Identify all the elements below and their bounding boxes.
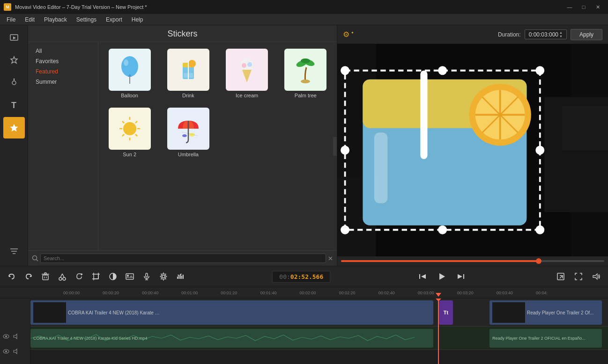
svg-rect-78 bbox=[94, 274, 98, 279]
skip-to-end-btn[interactable] bbox=[453, 269, 469, 284]
duration-value-field[interactable]: 0:00:03:000 ▲ ▼ bbox=[525, 29, 567, 39]
menu-file[interactable]: File bbox=[2, 15, 20, 24]
svg-point-15 bbox=[188, 60, 196, 67]
preview-canvas[interactable] bbox=[337, 44, 608, 256]
cut-btn[interactable] bbox=[54, 269, 70, 284]
menu-help[interactable]: Help bbox=[127, 15, 148, 24]
svg-point-48 bbox=[341, 66, 349, 75]
crop-btn[interactable] bbox=[88, 269, 104, 284]
audio-btn[interactable] bbox=[3, 72, 25, 94]
category-all[interactable]: All bbox=[32, 46, 94, 56]
play-pause-btn[interactable] bbox=[432, 267, 451, 286]
svg-point-10 bbox=[124, 59, 128, 66]
filters-btn[interactable] bbox=[3, 240, 25, 262]
fullscreen-btn[interactable] bbox=[571, 269, 586, 284]
menu-export[interactable]: Export bbox=[101, 15, 127, 24]
duration-spinner[interactable]: ▲ ▼ bbox=[559, 31, 563, 38]
clip-label-2: Ready Player One Trailer 2 Of... bbox=[527, 310, 593, 315]
search-clear-btn[interactable]: ✕ bbox=[328, 255, 333, 262]
rotate-btn[interactable] bbox=[71, 269, 87, 284]
media-btn[interactable] bbox=[3, 27, 25, 49]
svg-rect-44 bbox=[562, 106, 608, 150]
ruler-mark-10: 00:03:20 bbox=[457, 291, 497, 295]
video-background bbox=[337, 44, 608, 256]
image-overlay-btn[interactable] bbox=[122, 269, 138, 284]
eye-audio-btn[interactable] bbox=[2, 347, 10, 356]
svg-marker-102 bbox=[439, 273, 445, 280]
category-summer[interactable]: Summer bbox=[32, 77, 94, 87]
center-controls bbox=[415, 267, 469, 286]
export-frame-btn[interactable] bbox=[553, 269, 569, 284]
audio-effects-btn[interactable] bbox=[172, 269, 188, 284]
project-settings-btn[interactable] bbox=[156, 269, 171, 284]
eye-btn[interactable] bbox=[2, 332, 10, 341]
minimize-btn[interactable]: — bbox=[563, 2, 576, 12]
playback-controls: 00:02:52.566 bbox=[0, 266, 608, 287]
svg-point-9 bbox=[121, 56, 138, 77]
ruler-mark-4: 00:01:20 bbox=[221, 291, 260, 295]
video-clip-2[interactable]: Ready Player One Trailer 2 Of... bbox=[489, 300, 602, 325]
sticker-search-input[interactable] bbox=[40, 254, 326, 263]
progress-thumb[interactable] bbox=[536, 258, 541, 264]
volume-btn[interactable] bbox=[588, 269, 604, 284]
audio-clip-2[interactable]: Ready Player One Trailer 2 OFICIAL en Es… bbox=[489, 329, 602, 348]
color-btn[interactable] bbox=[105, 269, 121, 284]
collapse-panel-btn[interactable]: ‹ bbox=[333, 137, 337, 156]
close-btn[interactable]: ✕ bbox=[591, 2, 604, 12]
text-btn[interactable]: T bbox=[3, 95, 25, 116]
menu-playback[interactable]: Playback bbox=[39, 15, 72, 24]
sticker-search-bar: ✕ bbox=[28, 250, 337, 266]
video-clip-1[interactable]: COBRA KAI Trailer 4 NEW (2018) Karate Ki… bbox=[30, 300, 433, 325]
redo-btn[interactable] bbox=[21, 269, 37, 284]
sticker-sun2-thumb bbox=[109, 108, 151, 150]
svg-rect-89 bbox=[146, 273, 148, 277]
audio-track: COBRA KAI Trailer 4 NEW (2018) Karate Ki… bbox=[30, 327, 608, 350]
menu-settings[interactable]: Settings bbox=[72, 15, 101, 24]
timeline-ruler: 00:00:00 00:00:20 00:00:40 00:01:00 00:0… bbox=[0, 287, 608, 298]
stickers-btn[interactable] bbox=[3, 117, 25, 138]
settings-dot: ● bbox=[351, 30, 354, 35]
sticker-palmtree[interactable]: Palm tree bbox=[278, 46, 333, 101]
sticker-umbrella[interactable]: Umbrella bbox=[161, 105, 215, 160]
sticker-umbrella-thumb bbox=[167, 108, 209, 150]
duration-up-arrow[interactable]: ▲ bbox=[559, 31, 563, 35]
sticker-sun2-label: Sun 2 bbox=[123, 152, 136, 157]
svg-marker-1 bbox=[13, 36, 16, 39]
svg-line-31 bbox=[135, 134, 137, 136]
timecode-display: 00:02:52.566 bbox=[272, 271, 330, 283]
svg-point-38 bbox=[33, 256, 37, 260]
sticker-balloon[interactable]: Balloon bbox=[102, 46, 157, 101]
svg-rect-70 bbox=[44, 273, 46, 274]
sticker-panel: Stickers All Favorites Featured Summer bbox=[28, 25, 337, 266]
sticker-sun2[interactable]: Sun 2 bbox=[102, 105, 157, 160]
menu-edit[interactable]: Edit bbox=[20, 15, 39, 24]
sticker-icecream[interactable]: Ice cream bbox=[220, 46, 274, 101]
settings-gear-icon[interactable]: ⚙ bbox=[343, 30, 349, 39]
svg-point-92 bbox=[162, 275, 165, 278]
mute-video-btn[interactable] bbox=[12, 332, 21, 341]
title-text: Movavi Video Editor – 7-Day Trial Versio… bbox=[15, 4, 147, 10]
svg-point-52 bbox=[535, 146, 544, 155]
playback-bar bbox=[337, 256, 608, 266]
delete-btn[interactable] bbox=[37, 269, 53, 284]
sticker-drink[interactable]: Drink bbox=[161, 46, 215, 101]
skip-to-start-btn[interactable] bbox=[415, 269, 430, 284]
svg-point-112 bbox=[5, 350, 7, 352]
undo-btn[interactable] bbox=[4, 269, 20, 284]
voiceover-btn[interactable] bbox=[139, 269, 155, 284]
audio-clip-1[interactable]: COBRA KAI Trailer 4 NEW (2018) Karate Ki… bbox=[30, 329, 433, 348]
duration-down-arrow[interactable]: ▼ bbox=[559, 35, 563, 38]
maximize-btn[interactable]: □ bbox=[577, 2, 590, 12]
timeline: 00:00:00 00:00:20 00:00:40 00:01:00 00:0… bbox=[0, 287, 608, 364]
category-favorites[interactable]: Favorites bbox=[32, 56, 94, 66]
mute-audio-btn[interactable] bbox=[12, 347, 21, 356]
title-overlay-clip[interactable]: Tt bbox=[439, 300, 453, 325]
progress-track[interactable] bbox=[341, 260, 604, 262]
category-featured[interactable]: Featured bbox=[32, 66, 94, 77]
fx-btn[interactable] bbox=[3, 50, 25, 71]
ruler-mark-12: 00:04: bbox=[536, 291, 575, 295]
audio-track-controls bbox=[2, 347, 28, 356]
apply-button[interactable]: Apply bbox=[571, 29, 602, 40]
svg-point-2 bbox=[12, 81, 16, 85]
search-icon bbox=[32, 255, 38, 262]
